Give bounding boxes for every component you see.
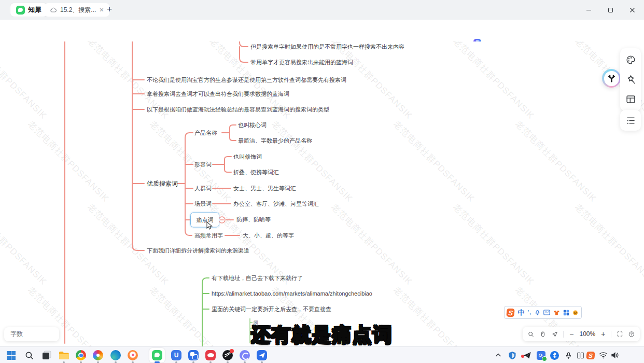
mic-tray-icon[interactable]: [563, 350, 574, 361]
ime-keyboard-icon[interactable]: [543, 309, 550, 316]
app-icon-orange-browser[interactable]: [127, 350, 138, 361]
new-tab-button[interactable]: +: [104, 3, 115, 16]
volume-icon[interactable]: [609, 350, 621, 361]
zhixi-assistant-logo-icon: [604, 71, 619, 86]
divider: [611, 331, 611, 338]
collapse-toggle[interactable]: [219, 217, 225, 223]
outline-panel: [620, 110, 641, 131]
layout-structure-icon[interactable]: [626, 94, 636, 104]
zhixi-logo-icon: [16, 6, 25, 15]
ime-punctuation-indicator[interactable]: ’,: [527, 310, 531, 315]
mindmap-node[interactable]: 下面我们详细拆分讲解搜索词的来源渠道: [147, 247, 249, 255]
zoom-toolbar: − 100% +: [523, 327, 640, 341]
mindmap-node[interactable]: 最简洁、字数最少的产品名称: [238, 137, 312, 145]
app-icon-blue-u[interactable]: U: [171, 350, 182, 361]
mindmap-node[interactable]: 拿着搜索词去查词才可以查出符合我们要求数据的蓝海词: [147, 90, 289, 98]
windows-taskbar: U: [0, 346, 644, 363]
style-panel: [620, 48, 641, 111]
ime-toolbar: S 中 ’,: [504, 306, 582, 319]
mindmap-node[interactable]: 有下载地址，自己去下载下来就行了: [212, 274, 303, 282]
mindmap-canvas[interactable]: 老范电商社群PDSFANSIK老范电商社群PDSFANSIK老范电商社群PDSF…: [0, 41, 644, 346]
help-icon[interactable]: [628, 330, 635, 338]
mindmap-node[interactable]: 产品名称: [194, 129, 217, 137]
file-explorer-icon[interactable]: [58, 350, 69, 361]
ime-skin-icon[interactable]: [553, 309, 560, 316]
maximize-button[interactable]: [599, 0, 621, 20]
ime-emoji-icon[interactable]: [572, 309, 579, 316]
document-tab[interactable]: 15.2、搜索... ✕: [45, 3, 109, 17]
task-view-icon[interactable]: [41, 350, 52, 361]
search-icon[interactable]: [528, 330, 534, 338]
drag-mode-icon[interactable]: [540, 330, 546, 338]
zhixi-app-icon[interactable]: [151, 350, 163, 361]
pinwheel-browser-icon[interactable]: [92, 350, 104, 361]
locate-center-icon[interactable]: [552, 330, 558, 338]
video-subtitle: 还有就是痛点词: [251, 322, 393, 348]
mindmap-node[interactable]: https://alimarket.taobao.com/markets/ali…: [212, 290, 372, 297]
mindmap-node[interactable]: 不论我们是使用淘宝官方的生意参谋还是使用第三方软件查词都需要先有搜索词: [147, 76, 346, 84]
tray-expand-chevron[interactable]: [493, 350, 504, 361]
mindmap-node[interactable]: 也叫修饰词: [233, 153, 262, 161]
document-tab-title: 15.2、搜索...: [60, 6, 96, 15]
minimize-button[interactable]: [578, 0, 599, 20]
mindmap-node[interactable]: 优质搜索词: [147, 179, 178, 188]
ime-language-indicator[interactable]: 中: [517, 308, 524, 317]
app-icon-black-notification[interactable]: [222, 350, 233, 361]
title-bar: 知犀 15.2、搜索... ✕ +: [0, 0, 644, 20]
mouse-cursor-icon: [205, 221, 213, 230]
mindmap-node[interactable]: 高频常用字: [194, 232, 223, 240]
sogou-tray-logo: S: [586, 352, 595, 359]
telegram-tray-icon[interactable]: [521, 350, 533, 361]
ime-toolbox-icon[interactable]: [563, 309, 569, 316]
word-count-pill: 字数: [4, 327, 59, 341]
divider: [563, 331, 564, 338]
mindmap-node[interactable]: 常用单字才更容易搜索出来能用的蓝海词: [250, 59, 353, 66]
window-controls: [578, 0, 643, 20]
magic-wand-icon[interactable]: [626, 75, 636, 85]
mindmap-node[interactable]: 防摔、防晒等: [236, 216, 271, 224]
input-indicator-icon[interactable]: [575, 350, 586, 361]
mindmap-node[interactable]: 但是搜索单字时如果使用的是不常用字也一样搜索不出来内容: [250, 43, 404, 51]
zhixi-assistant-button[interactable]: [602, 69, 621, 88]
app-name: 知犀: [28, 5, 41, 15]
mindmap-node[interactable]: 形容词: [194, 161, 212, 169]
zoom-in-button[interactable]: +: [601, 330, 605, 338]
mindmap-node[interactable]: 大、小、超、的等字: [243, 232, 294, 240]
edge-icon[interactable]: [110, 350, 121, 361]
fullscreen-icon[interactable]: [617, 330, 623, 338]
mindmap-node[interactable]: 里面的关键词一定要拆开之后去查，不要直接查: [212, 305, 331, 313]
toolbar: 已保存 主题子主题关联线概要备注语音图片图标链接双向链接附件公式表格代码块AI灵…: [0, 20, 644, 42]
bluetooth-icon[interactable]: [549, 350, 560, 361]
taskbar-search-icon[interactable]: [23, 350, 35, 361]
app-icon-red-oval[interactable]: [205, 350, 216, 361]
mindmap-node[interactable]: 办公室、客厅、沙滩、河里等词汇: [233, 200, 319, 208]
security-shield-icon[interactable]: [507, 350, 518, 361]
app-icon-blue-plane[interactable]: [256, 350, 268, 361]
mindmap-node[interactable]: 以下是根据咱们做蓝海玩法经验总结的最容易查到蓝海词的搜索词的类型: [147, 106, 329, 114]
chrome-icon[interactable]: [75, 350, 87, 361]
word-count-label: 字数: [10, 330, 23, 339]
app-icon-purple-circle[interactable]: [239, 350, 250, 361]
mindmap-node[interactable]: 人群词: [194, 185, 212, 192]
ime-mic-icon[interactable]: [535, 309, 540, 316]
mindmap-node[interactable]: 搜索单字查词: [197, 41, 231, 42]
app-icon-blue-overlap[interactable]: [188, 350, 199, 361]
mindmap-node[interactable]: 场景词: [194, 200, 212, 208]
start-button[interactable]: [5, 350, 17, 361]
mindmap-node[interactable]: 折叠、便携等词汇: [233, 169, 279, 176]
wifi-icon[interactable]: [597, 350, 609, 361]
outline-list-icon[interactable]: [626, 116, 636, 125]
app-home-tab[interactable]: 知犀: [10, 3, 47, 17]
close-button[interactable]: [621, 0, 643, 20]
sogou-logo-icon[interactable]: S: [506, 309, 515, 317]
sync-app-tray-icon[interactable]: ⟳: [535, 350, 547, 361]
mindmap-node[interactable]: 也叫核心词: [238, 121, 267, 129]
sogou-tray-icon[interactable]: S: [585, 350, 596, 361]
mindmap-node-selected[interactable]: 痛点词: [190, 213, 219, 228]
mindmap-connectors: [0, 41, 644, 346]
theme-palette-icon[interactable]: [626, 55, 636, 65]
mindmap-node[interactable]: 女士、男士、男生等词汇: [233, 185, 296, 192]
zoom-level[interactable]: 100%: [579, 330, 595, 338]
cloud-icon: [50, 6, 57, 13]
zoom-out-button[interactable]: −: [569, 330, 573, 338]
